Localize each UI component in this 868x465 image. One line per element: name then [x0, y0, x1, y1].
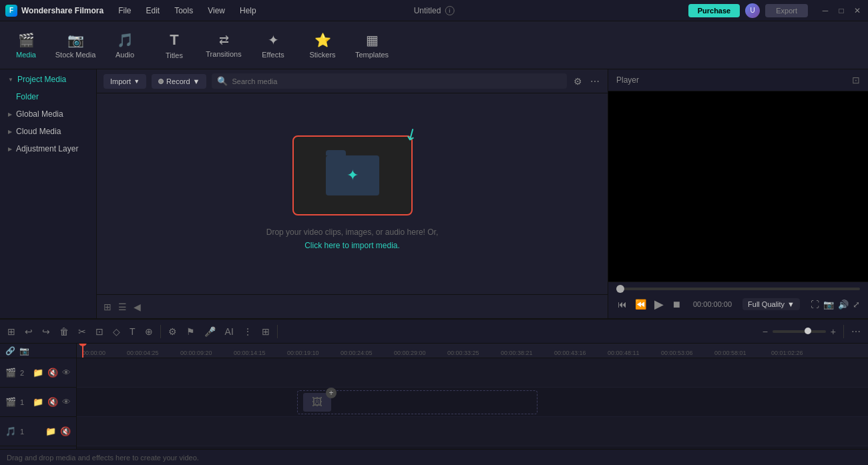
quality-selector[interactable]: Full Quality ▼ [742, 298, 800, 310]
toolbar-audio[interactable]: 🎵 Audio [101, 25, 148, 65]
timeline-tool-redo[interactable]: ↪ [40, 324, 52, 339]
menu-view[interactable]: View [201, 3, 232, 18]
close-button[interactable]: ✕ [852, 5, 863, 16]
media-drop-zone[interactable]: ✦ ↙ Drop your video clips, images, or au… [97, 93, 608, 294]
menu-edit[interactable]: Edit [139, 3, 166, 18]
toolbar-stickers[interactable]: ⭐ Stickers [299, 25, 346, 65]
import-dropdown-arrow: ▼ [134, 78, 140, 85]
step-back-button[interactable]: ⏮ [616, 298, 628, 311]
player-buttons: ⏮ ⏪ ▶ ⏹ 00:00:00:00 Full Quality ▼ ⛶ 📷 🔊… [616, 296, 860, 313]
timeline-tool-mask[interactable]: ◇ [111, 324, 122, 339]
search-input[interactable] [232, 77, 562, 85]
ruler-mark-5: 00:00:24:05 [341, 355, 373, 356]
zoom-in-button[interactable]: + [829, 324, 838, 339]
timeline-insert[interactable]: ⊞ [260, 324, 272, 339]
toolbar-transitions[interactable]: ⇄ Transitions [200, 25, 247, 65]
media-drop-slot[interactable]: 🖼 + [297, 390, 537, 414]
zoom-out-button[interactable]: − [761, 324, 770, 339]
purchase-button[interactable]: Purchase [688, 4, 740, 17]
timeline-tool-transform[interactable]: ⊕ [143, 324, 155, 339]
more-button[interactable]: ⋯ [589, 75, 601, 88]
add-media-icon[interactable]: + [326, 388, 337, 398]
fit-button[interactable]: ⤢ [853, 300, 860, 310]
grid-view-icon[interactable]: ⊞ [103, 302, 112, 312]
toolbar-titles[interactable]: T Titles [151, 25, 198, 65]
track-video1-folder-icon[interactable]: 📁 [33, 397, 43, 407]
track-link-icon[interactable]: 🔗 [5, 346, 15, 356]
stop-button[interactable]: ⏹ [670, 298, 682, 311]
ruler-mark-4: 00:00:19:10 [287, 355, 319, 356]
player-progress-bar[interactable] [616, 288, 860, 290]
timeline-tool-text[interactable]: T [128, 324, 138, 339]
avatar[interactable]: U [745, 3, 760, 18]
track-video2-folder-icon[interactable]: 📁 [33, 368, 43, 378]
timeline-tool-undo[interactable]: ↩ [23, 324, 35, 339]
toolbar-templates[interactable]: ▦ Templates [349, 25, 395, 65]
minimize-button[interactable]: ─ [820, 5, 831, 16]
playhead[interactable] [82, 344, 83, 358]
timeline-marker[interactable]: ⚑ [184, 324, 197, 339]
track-audio1-folder-icon[interactable]: 📁 [45, 426, 56, 436]
progress-thumb [616, 285, 624, 293]
pip-button[interactable]: ⊡ [852, 75, 860, 85]
frame-back-button[interactable]: ⏪ [634, 298, 648, 311]
panel-item-cloud-media[interactable]: ▶ Cloud Media [0, 123, 96, 140]
track-video2-mute-icon[interactable]: 🔇 [47, 368, 58, 378]
menu-tools[interactable]: Tools [168, 3, 200, 18]
timeline-tracks-area: 🖼 + [77, 358, 868, 449]
track-audio1-label: 1 [20, 428, 24, 436]
fullscreen-button[interactable]: ⛶ [811, 300, 819, 310]
import-link[interactable]: Click here to import media. [304, 241, 400, 250]
timeline-tool-cursor[interactable]: ⊞ [5, 324, 17, 339]
volume-button[interactable]: 🔊 [838, 300, 849, 310]
timeline-main: 🔗 📷 🎬 2 📁 🔇 👁 🎬 1 📁 🔇 👁 🎵 1 📁 [0, 344, 868, 449]
timeline-tool-crop[interactable]: ⊡ [93, 324, 105, 339]
panel-item-adjustment-layer[interactable]: ▶ Adjustment Layer [0, 140, 96, 157]
player-title: Player [616, 75, 639, 85]
track-video2-eye-icon[interactable]: 👁 [62, 368, 71, 378]
timeline-voiceover[interactable]: 🎤 [202, 324, 218, 339]
track-audio1-mute-icon[interactable]: 🔇 [60, 426, 71, 436]
menu-file[interactable]: File [112, 3, 138, 18]
timeline-ai[interactable]: AI [223, 324, 236, 339]
record-button[interactable]: Record ▼ [152, 74, 206, 89]
track-header-audio1: 🎵 1 📁 🔇 [0, 417, 76, 446]
play-button[interactable]: ▶ [653, 296, 665, 313]
track-video1-eye-icon[interactable]: 👁 [62, 397, 71, 407]
panel-item-project-media[interactable]: ▼ Project Media [0, 71, 96, 88]
toolbar-effects[interactable]: ✦ Effects [250, 25, 296, 65]
collapse-panel-icon[interactable]: ◀ [134, 302, 141, 312]
templates-icon: ▦ [366, 32, 379, 48]
timeline-divider-1 [160, 325, 161, 338]
record-dot-icon [158, 79, 164, 84]
timeline-split[interactable]: ⋮ [241, 324, 254, 339]
player-controls: ⏮ ⏪ ▶ ⏹ 00:00:00:00 Full Quality ▼ ⛶ 📷 🔊… [608, 282, 868, 318]
ruler-mark-7: 00:00:33:25 [447, 355, 479, 356]
drop-arrow-icon: ↙ [401, 123, 421, 145]
filter-button[interactable]: ⚙ [572, 75, 584, 88]
timeline-snap[interactable]: ⚙ [166, 324, 179, 339]
timeline-tool-cut[interactable]: ✂ [76, 324, 88, 339]
maximize-button[interactable]: □ [836, 5, 847, 16]
toolbar-media[interactable]: 🎬 Media [3, 25, 49, 65]
timeline-tool-delete[interactable]: 🗑 [57, 324, 71, 339]
record-label: Record [166, 77, 190, 85]
toolbar-stock-media[interactable]: 📷 Stock Media [52, 25, 99, 65]
panel-item-global-media[interactable]: ▶ Global Media [0, 105, 96, 123]
zoom-slider[interactable] [773, 330, 826, 333]
player-time: 00:00:00:00 [693, 300, 732, 308]
list-view-icon[interactable]: ☰ [118, 302, 127, 312]
panel-item-folder[interactable]: Folder [0, 88, 96, 105]
export-button[interactable]: Export [765, 4, 808, 17]
titlebar: F Wondershare Filmora File Edit Tools Vi… [0, 0, 868, 21]
screenshot-button[interactable]: 📷 [823, 300, 834, 310]
timeline-ruler[interactable]: 00:00:00 00:00:04:25 00:00:09:20 00:00:1… [77, 344, 868, 358]
import-button[interactable]: Import ▼ [103, 74, 146, 89]
app-name: Wondershare Filmora [21, 6, 103, 15]
track-video1-mute-icon[interactable]: 🔇 [47, 397, 58, 407]
timeline-status-bar: Drag and drop media and effects here to … [0, 449, 868, 465]
timeline-more[interactable]: ⋯ [849, 324, 863, 339]
menu-help[interactable]: Help [233, 3, 263, 18]
info-icon[interactable]: i [445, 6, 454, 15]
main-toolbar: 🎬 Media 📷 Stock Media 🎵 Audio T Titles ⇄… [0, 21, 868, 69]
